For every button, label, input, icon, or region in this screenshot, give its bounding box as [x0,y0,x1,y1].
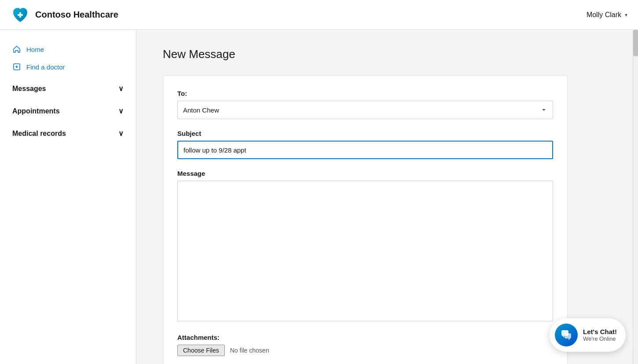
doctor-icon [12,62,21,71]
sidebar: Home Find a doctor Messages ∨ Appointmen… [0,30,136,364]
svg-marker-2 [562,336,564,338]
chevron-down-icon: ▾ [625,12,627,18]
content-area: New Message To: Anton Chew Subject Messa… [136,30,633,364]
brand: Contoso Healthcare [11,5,118,25]
svg-marker-4 [568,339,570,340]
to-select[interactable]: Anton Chew [177,101,553,119]
no-file-text: No file chosen [230,347,269,354]
choose-files-button[interactable]: Choose Files [177,345,225,356]
scrollbar-thumb [633,30,638,56]
page-title: New Message [163,47,606,61]
user-name: Molly Clark [587,11,621,19]
sidebar-messages-label: Messages [12,85,46,93]
sidebar-item-find-doctor-label: Find a doctor [26,63,65,71]
sidebar-messages-header[interactable]: Messages ∨ [0,79,136,98]
main-layout: Home Find a doctor Messages ∨ Appointmen… [0,30,638,364]
header: Contoso Healthcare Molly Clark ▾ [0,0,638,30]
sidebar-item-home[interactable]: Home [0,40,136,58]
message-textarea[interactable] [177,181,553,321]
user-menu[interactable]: Molly Clark ▾ [587,11,627,19]
brand-name: Contoso Healthcare [35,10,118,20]
logo-icon [11,5,30,25]
sidebar-appointments-header[interactable]: Appointments ∨ [0,102,136,120]
home-icon [12,45,21,54]
sidebar-item-find-doctor[interactable]: Find a doctor [0,58,136,76]
to-label: To: [177,90,553,97]
sidebar-item-home-label: Home [26,46,44,53]
message-form-card: To: Anton Chew Subject Message Attachmen… [163,75,568,364]
sidebar-section-appointments: Appointments ∨ [0,102,136,120]
chat-widget[interactable]: Let's Chat! We're Online [550,318,626,352]
page-scrollbar[interactable] [633,30,638,364]
to-group: To: Anton Chew [177,90,553,119]
sidebar-medical-records-label: Medical records [12,130,66,138]
subject-input[interactable] [177,141,553,159]
attachments-section: Attachments: Choose Files No file chosen [177,334,553,356]
appointments-chevron-icon: ∨ [118,107,124,115]
sidebar-medical-records-header[interactable]: Medical records ∨ [0,124,136,143]
chat-status: We're Online [583,335,617,342]
messages-chevron-icon: ∨ [118,84,124,93]
chat-title: Let's Chat! [583,328,617,335]
svg-rect-3 [565,333,571,339]
file-input-row: Choose Files No file chosen [177,345,553,356]
message-label: Message [177,170,553,177]
sidebar-section-medical-records: Medical records ∨ [0,124,136,143]
subject-label: Subject [177,130,553,137]
attachments-label: Attachments: [177,334,553,341]
chat-text: Let's Chat! We're Online [583,328,617,342]
chat-icon [555,324,578,346]
sidebar-appointments-label: Appointments [12,107,60,115]
medical-records-chevron-icon: ∨ [118,129,124,138]
sidebar-section-messages: Messages ∨ [0,79,136,98]
subject-group: Subject [177,130,553,159]
message-group: Message [177,170,553,323]
chat-bubble-icon [560,329,572,341]
